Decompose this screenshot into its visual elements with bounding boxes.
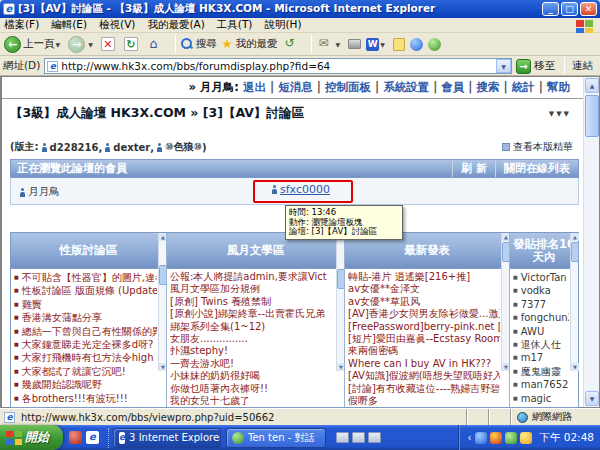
thread-link[interactable]: 女朋友............... [170,333,335,345]
thread-link[interactable]: 轉貼-港片 逍遙樂[216+推] [348,271,500,283]
thread-link[interactable]: 幾歲開始認識呢野 [14,378,157,391]
column-scrollbar[interactable]: ▲▼ [501,233,509,371]
thread-link[interactable]: [AV知識]假波網(唔想失望既唔好入)[ [348,370,500,382]
tray-alert-icon[interactable] [520,432,532,444]
address-input[interactable]: e http://www.hk3x.com/bbs/forumdisplay.p… [44,58,512,74]
thread-link[interactable]: 總結一下曾與自己有性關係的異性 [14,325,157,338]
thread-link[interactable]: 性板討論區 版面規條 (Updates - 2 [14,284,157,297]
stop-button[interactable]: ✕ [101,37,119,51]
mail-button[interactable]: ✉ ▼ [317,37,344,51]
poster-link[interactable]: 退休人仕 [513,338,569,351]
menu-item[interactable]: 檢視(V) [99,18,135,32]
column-scrollbar[interactable]: ▲▼ [158,233,166,371]
taskbar-clock[interactable]: 下午 02:48 [539,431,594,445]
scroll-up-icon[interactable]: ▲ [585,78,599,93]
discuss-button[interactable] [393,38,405,51]
favorites-button[interactable]: ★我的最愛 [222,37,278,51]
links-label[interactable]: 連結 [572,59,593,73]
menu-item[interactable]: 我的最愛(A) [147,18,204,32]
breadcrumb[interactable]: 【3級】成人論壇 HK3X.COM » [3]【AV】討論區 [10,105,510,122]
poster-link[interactable]: 7377 [513,298,569,311]
thread-link[interactable]: [原創小說]綁架終章--出賣霍氏兄弟 [170,308,335,320]
thread-link[interactable]: [FreePassword]berry-pink.net [216+10 [348,321,500,333]
user-nav-link[interactable]: 統計 [512,80,535,94]
maximize-button[interactable]: □ [561,2,578,16]
icq-button[interactable] [428,38,441,51]
poster-link[interactable]: AWU [513,325,569,338]
messenger-button[interactable] [410,38,423,51]
close-online-list-link[interactable]: 關閉在線列表 [495,160,578,177]
pen-input-icon[interactable] [352,432,365,443]
thread-link[interactable]: 香港溝女蒲點分享 [14,311,157,324]
thread-link[interactable]: 我的女兒十七歲了 [170,395,335,407]
poster-link[interactable]: m17 [513,351,569,364]
history-button[interactable]: ↺ [283,37,301,51]
menu-item[interactable]: 編輯(E) [51,18,87,32]
poster-link[interactable]: 魔鬼幽靈 [513,365,569,378]
language-bar[interactable] [331,432,386,443]
keyboard-icon[interactable] [336,432,349,443]
thread-link[interactable]: 大家都試了就讓它沉吧! [14,365,157,378]
mail-dropdown-icon[interactable]: ▼ [336,41,341,48]
address-dropdown-icon[interactable]: ▼ [496,59,511,73]
moderator-name[interactable]: ⑩色狼⑩ [165,140,202,154]
column-scrollbar[interactable]: ▲▼ [570,233,578,371]
view-digest-link[interactable]: 查看本版精華 [502,140,573,154]
address-url[interactable]: http://www.hk3x.com/bbs/forumdisplay.php… [61,60,496,72]
page-scrollbar[interactable]: ▲ ▼ [583,77,599,407]
poster-link[interactable]: VictorTan [513,271,569,284]
thread-link[interactable]: 你做乜唔著內衣褲呀!! [170,383,335,395]
back-dropdown-icon[interactable]: ▼ [56,41,61,48]
title-bar[interactable]: e [3]【AV】討論區 - 【3級】成人論壇 HK3X.COM - Micro… [0,0,600,18]
thread-link[interactable]: [短片]愛田由嘉眞--Ecstasy Room[216 [348,333,500,345]
thread-link[interactable]: 各brothers!!!有波玩!!! [14,392,157,405]
thread-link[interactable]: av女優**草凪风 [348,296,500,308]
taskbar-button-ie-group[interactable]: e 3 Internet Explorer ▼ [113,428,221,448]
tray-chevron-icon[interactable]: ‹ [467,432,471,443]
thread-link[interactable]: [AV]香港少女與男友除衫做愛...激正 [348,308,500,320]
menu-item[interactable]: 檔案(F) [4,18,39,32]
thread-link[interactable]: 大家打飛機時有乜方法令high d? [14,351,157,364]
search-button[interactable]: 搜尋 [181,37,217,51]
menu-item[interactable]: 工具(T) [217,18,253,32]
thread-link[interactable]: [原創] Twins 養殖禁制 [170,296,335,308]
back-button[interactable]: ← 上一頁▼ [4,36,63,53]
minimize-button[interactable]: _ [542,2,559,16]
user-nav-link[interactable]: 控制面板 [325,80,371,94]
user-nav-link[interactable]: 系統設置 [383,80,429,94]
tray-messenger-icon[interactable] [475,432,487,444]
forward-dropdown-icon[interactable]: ▼ [88,41,93,48]
quick-launch-ie-icon[interactable]: e [86,431,99,444]
refresh-button[interactable]: ↻ [124,37,142,51]
edit-dropdown-icon[interactable]: ▼ [380,41,385,48]
thread-link[interactable]: 一齊去游水吧! [170,358,335,370]
thread-link[interactable]: 綁架系列全集(1~12) [170,321,335,333]
thread-link[interactable]: 小妹妹的奶奶很好喝 [170,370,335,382]
go-button[interactable]: → 移至 [516,59,555,74]
collapse-arrows-icon[interactable]: ▼▼▼ [549,110,571,118]
menu-item[interactable]: 說明(H) [264,18,301,32]
online-member[interactable]: 月月鳥 [17,185,60,199]
home-button[interactable]: ⌂ [147,37,165,51]
user-nav-link[interactable]: 幫助 [547,80,570,94]
thread-link[interactable]: 為何包皮出現光澤,但d包皮保好 [14,405,157,407]
print-button[interactable] [348,39,361,49]
thread-link[interactable]: 雞竇 [14,298,157,311]
poster-link[interactable]: fongchun2003 [513,311,569,324]
poster-link[interactable]: p1712 [513,405,569,407]
poster-link[interactable]: man76527 [513,378,569,391]
moderator-name[interactable]: dexter [113,142,150,153]
quick-launch-icon-1[interactable] [69,431,82,444]
taskbar-button-chat[interactable]: Ten ten - 對話 [226,428,326,448]
user-nav-link[interactable]: 退出 [243,80,266,94]
scroll-down-icon[interactable]: ▼ [585,391,599,406]
column-scrollbar[interactable]: ▲▼ [336,233,344,371]
thread-link[interactable]: 扑濕stephy! [170,345,335,357]
scrollbar-thumb[interactable] [585,95,599,137]
close-button[interactable]: ✕ [580,2,597,16]
thread-link[interactable]: 公報:本人將提請admin,要求讓Vict [170,271,335,283]
tray-ime-icon[interactable] [490,432,502,444]
user-nav-link[interactable]: 會員 [441,80,464,94]
user-nav-link[interactable]: 搜索 [477,80,500,94]
start-button[interactable]: 開始 [0,425,63,450]
